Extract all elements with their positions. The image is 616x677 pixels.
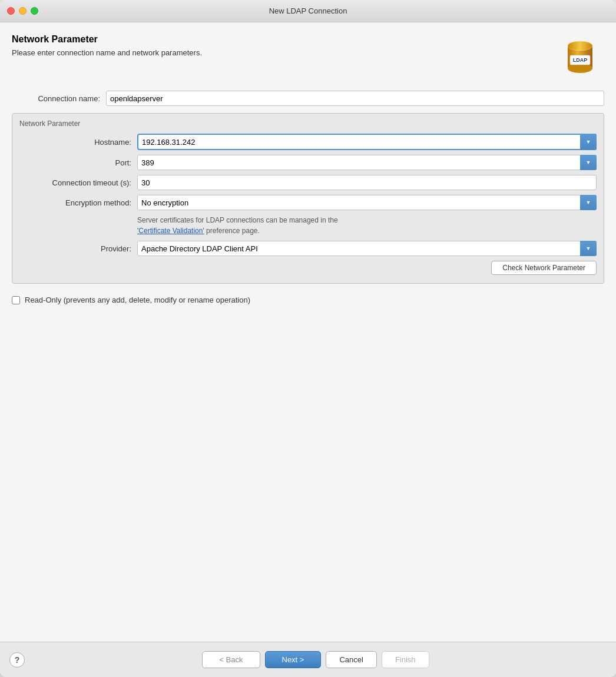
check-network-button[interactable]: Check Network Parameter <box>491 261 597 275</box>
back-button[interactable]: < Back <box>202 651 260 668</box>
cancel-button[interactable]: Cancel <box>326 651 376 668</box>
close-button[interactable] <box>7 7 15 15</box>
help-button[interactable]: ? <box>9 652 25 668</box>
page-subtitle: Please enter connection name and network… <box>12 48 202 57</box>
timeout-input[interactable] <box>137 175 597 190</box>
minimize-button[interactable] <box>19 7 27 15</box>
encryption-select[interactable]: No encryption Use SSL encryption (ldaps:… <box>137 195 597 210</box>
check-btn-row: Check Network Parameter <box>19 261 597 275</box>
nav-buttons: < Back Next > Cancel Finish <box>202 651 429 668</box>
hostname-label: Hostname: <box>19 138 137 147</box>
port-input[interactable] <box>137 155 597 170</box>
ldap-icon: LDAP <box>559 34 604 79</box>
certificate-validation-link[interactable]: 'Certificate Validation' <box>137 227 204 235</box>
hostname-wrapper <box>137 134 597 150</box>
cert-suffix: preference page. <box>204 227 260 235</box>
encryption-row: Encryption method: No encryption Use SSL… <box>19 195 597 210</box>
network-parameter-group: Network Parameter Hostname: Port: Con <box>12 113 604 284</box>
readonly-checkbox[interactable] <box>12 296 20 304</box>
hostname-row: Hostname: <box>19 134 597 150</box>
provider-label: Provider: <box>19 244 137 253</box>
svg-text:LDAP: LDAP <box>573 57 588 63</box>
next-button[interactable]: Next > <box>265 651 322 668</box>
page-title: Network Parameter <box>12 34 202 45</box>
network-group-title: Network Parameter <box>19 120 597 128</box>
content-area: Network Parameter Please enter connectio… <box>0 22 616 642</box>
maximize-button[interactable] <box>31 7 38 15</box>
port-label: Port: <box>19 158 137 167</box>
encryption-label: Encryption method: <box>19 198 137 207</box>
port-row: Port: <box>19 155 597 170</box>
readonly-row: Read-Only (prevents any add, delete, mod… <box>12 296 604 304</box>
timeout-row: Connection timeout (s): <box>19 175 597 190</box>
finish-button[interactable]: Finish <box>382 651 429 668</box>
timeout-label: Connection timeout (s): <box>19 178 137 187</box>
window-title: New LDAP Connection <box>269 6 347 15</box>
connection-name-row: Connection name: <box>12 91 604 106</box>
encryption-wrapper: No encryption Use SSL encryption (ldaps:… <box>137 195 597 210</box>
bottom-bar: ? < Back Next > Cancel Finish <box>0 642 616 677</box>
connection-name-label: Connection name: <box>12 94 106 103</box>
provider-select[interactable]: Apache Directory LDAP Client API JNDI <box>137 241 597 256</box>
provider-wrapper: Apache Directory LDAP Client API JNDI <box>137 241 597 256</box>
svg-point-2 <box>568 64 592 73</box>
header-text: Network Parameter Please enter connectio… <box>12 34 202 57</box>
connection-name-input[interactable] <box>106 91 604 106</box>
port-wrapper <box>137 155 597 170</box>
titlebar: New LDAP Connection <box>0 0 616 22</box>
readonly-label: Read-Only (prevents any add, delete, mod… <box>25 296 250 304</box>
cert-info: Server certificates for LDAP connections… <box>137 215 597 236</box>
hostname-input[interactable] <box>137 134 597 150</box>
cert-info-text: Server certificates for LDAP connections… <box>137 216 338 224</box>
window: New LDAP Connection Network Parameter Pl… <box>0 0 616 677</box>
provider-row: Provider: Apache Directory LDAP Client A… <box>19 241 597 256</box>
header-section: Network Parameter Please enter connectio… <box>12 34 604 79</box>
traffic-lights <box>7 7 38 15</box>
